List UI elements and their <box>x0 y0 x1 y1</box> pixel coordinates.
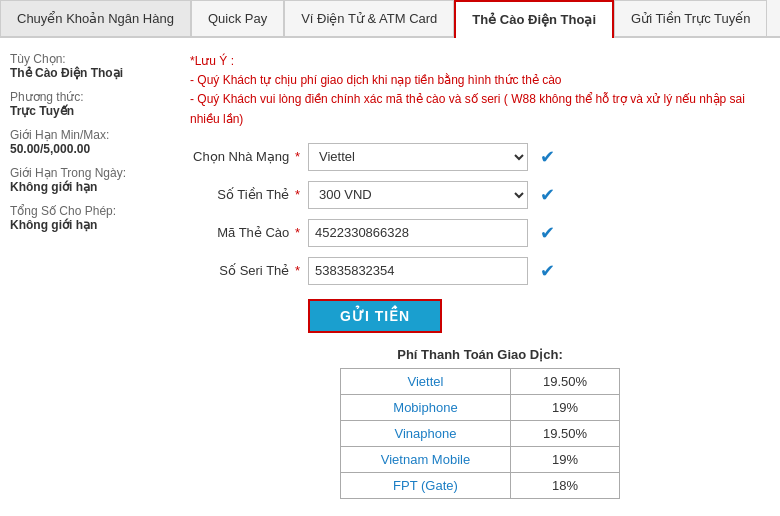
info-phuong-thuc: Phương thức: Trực Tuyến <box>10 90 170 118</box>
fee-section: Phí Thanh Toán Giao Dịch: Viettel19.50%M… <box>190 347 770 499</box>
gioi-han-value: 50.00/5,000.00 <box>10 142 170 156</box>
required-star-so-tien: * <box>295 187 300 202</box>
nav-tabs: Chuyển Khoản Ngân Hàng Quick Pay Ví Điện… <box>0 0 780 38</box>
required-star-nha-mang: * <box>295 149 300 164</box>
fee-percent: 18% <box>510 472 619 498</box>
table-row: Vietnam Mobile19% <box>341 446 620 472</box>
notice-box: *Lưu Ý : - Quý Khách tự chịu phí giao dị… <box>190 52 770 129</box>
form-row-nha-mang: Chọn Nhà Mạng * ViettelMobifoneVinaphone… <box>190 143 770 171</box>
so-seri-check-icon: ✔ <box>540 260 555 282</box>
required-star-so-seri: * <box>295 263 300 278</box>
tab-vi-dien-tu[interactable]: Ví Điện Tử & ATM Card <box>284 0 454 36</box>
left-info-panel: Tùy Chọn: Thẻ Cào Điện Thoại Phương thức… <box>10 52 170 499</box>
fee-percent: 19% <box>510 394 619 420</box>
tab-gui-tien[interactable]: Gửi Tiền Trực Tuyến <box>614 0 767 36</box>
fee-provider: Viettel <box>341 368 511 394</box>
table-row: Vinaphone19.50% <box>341 420 620 446</box>
form-row-ma-the: Mã Thẻ Cào * ✔ <box>190 219 770 247</box>
main-content: Tùy Chọn: Thẻ Cào Điện Thoại Phương thức… <box>0 38 780 513</box>
fee-provider: Vietnam Mobile <box>341 446 511 472</box>
table-row: Viettel19.50% <box>341 368 620 394</box>
info-gioi-han-ngay: Giới Hạn Trong Ngày: Không giới hạn <box>10 166 170 194</box>
submit-button[interactable]: GỬI TIỀN <box>308 299 442 333</box>
so-tien-select[interactable]: 300 VND500 VND1000 VND2000 VND5000 VND <box>308 181 528 209</box>
fee-title: Phí Thanh Toán Giao Dịch: <box>190 347 770 362</box>
table-row: FPT (Gate)18% <box>341 472 620 498</box>
form-row-so-tien: Số Tiền Thẻ * 300 VND500 VND1000 VND2000… <box>190 181 770 209</box>
fee-provider: Mobiphone <box>341 394 511 420</box>
tuy-chon-label: Tùy Chọn: <box>10 52 170 66</box>
ma-the-label: Mã Thẻ Cào * <box>190 225 300 240</box>
submit-row: GỬI TIỀN <box>308 299 770 333</box>
tong-so-label: Tổng Số Cho Phép: <box>10 204 170 218</box>
so-seri-label: Số Seri Thẻ * <box>190 263 300 278</box>
phuong-thuc-value: Trực Tuyến <box>10 104 170 118</box>
gioi-han-label: Giới Hạn Min/Max: <box>10 128 170 142</box>
so-tien-label: Số Tiền Thẻ * <box>190 187 300 202</box>
form-row-so-seri: Số Seri Thẻ * ✔ <box>190 257 770 285</box>
info-tuy-chon: Tùy Chọn: Thẻ Cào Điện Thoại <box>10 52 170 80</box>
fee-table: Viettel19.50%Mobiphone19%Vinaphone19.50%… <box>340 368 620 499</box>
info-gioi-han: Giới Hạn Min/Max: 50.00/5,000.00 <box>10 128 170 156</box>
so-tien-check-icon: ✔ <box>540 184 555 206</box>
notice-line2: - Quý Khách vui lòng điền chính xác mã t… <box>190 92 745 125</box>
required-star-ma-the: * <box>295 225 300 240</box>
phuong-thuc-label: Phương thức: <box>10 90 170 104</box>
notice-title: *Lưu Ý : <box>190 54 234 68</box>
notice-line1: - Quý Khách tự chịu phí giao dịch khi nạ… <box>190 73 562 87</box>
gioi-han-ngay-label: Giới Hạn Trong Ngày: <box>10 166 170 180</box>
table-row: Mobiphone19% <box>341 394 620 420</box>
nha-mang-select[interactable]: ViettelMobifoneVinaphoneVietnam MobileFP… <box>308 143 528 171</box>
so-seri-input[interactable] <box>308 257 528 285</box>
tab-quick-pay[interactable]: Quick Pay <box>191 0 284 36</box>
gioi-han-ngay-value: Không giới hạn <box>10 180 170 194</box>
ma-the-check-icon: ✔ <box>540 222 555 244</box>
fee-percent: 19% <box>510 446 619 472</box>
info-tong-so: Tổng Số Cho Phép: Không giới hạn <box>10 204 170 232</box>
right-form-panel: *Lưu Ý : - Quý Khách tự chịu phí giao dị… <box>190 52 770 499</box>
fee-provider: FPT (Gate) <box>341 472 511 498</box>
fee-percent: 19.50% <box>510 368 619 394</box>
tab-the-cao[interactable]: Thẻ Cào Điện Thoại <box>454 0 614 38</box>
fee-provider: Vinaphone <box>341 420 511 446</box>
nha-mang-check-icon: ✔ <box>540 146 555 168</box>
tuy-chon-value: Thẻ Cào Điện Thoại <box>10 66 170 80</box>
tab-chuyen-khoan[interactable]: Chuyển Khoản Ngân Hàng <box>0 0 191 36</box>
nha-mang-label: Chọn Nhà Mạng * <box>190 149 300 164</box>
tong-so-value: Không giới hạn <box>10 218 170 232</box>
fee-percent: 19.50% <box>510 420 619 446</box>
ma-the-input[interactable] <box>308 219 528 247</box>
